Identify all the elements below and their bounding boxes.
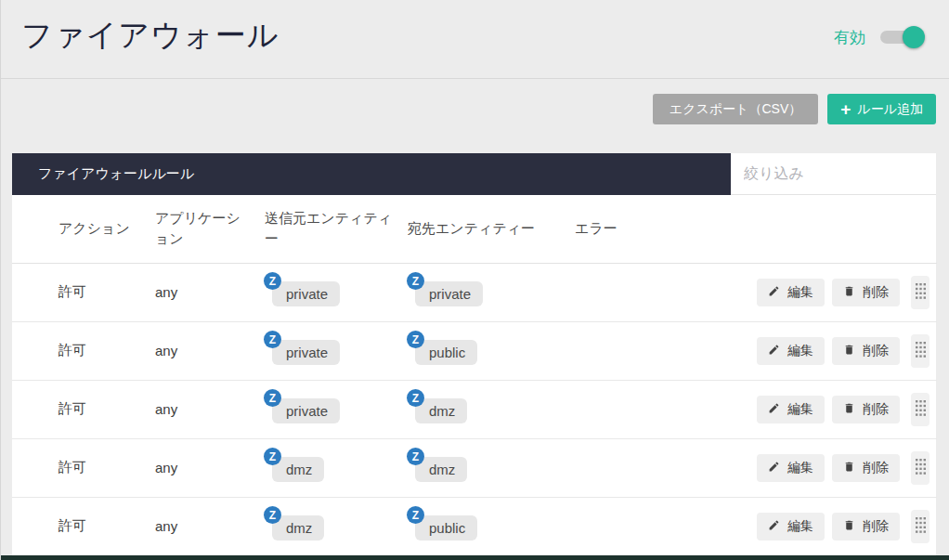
trash-icon: [843, 285, 855, 300]
col-header-source: 送信元エンティティー: [264, 195, 407, 263]
page-header: ファイアウォール 有効: [1, 0, 949, 79]
zone-label: private: [272, 340, 340, 365]
edit-button[interactable]: 編集: [757, 513, 825, 540]
drag-handle[interactable]: [911, 334, 930, 368]
col-header-buttons: [667, 195, 937, 263]
row-buttons-cell: 編集 削除: [667, 263, 937, 321]
zone-tag: Z private: [272, 340, 340, 365]
destination-cell: Z dmz: [407, 438, 574, 497]
drag-handle[interactable]: [911, 276, 930, 309]
pencil-icon: [768, 402, 780, 417]
filter-input[interactable]: [731, 153, 936, 194]
col-header-action: アクション: [12, 195, 154, 263]
source-cell: Z dmz: [264, 497, 407, 555]
plus-icon: +: [840, 100, 851, 118]
source-cell: Z private: [264, 380, 407, 438]
destination-cell: Z public: [407, 321, 574, 380]
delete-button-label: 削除: [863, 343, 889, 359]
zone-icon: Z: [407, 272, 424, 290]
edit-button[interactable]: 編集: [757, 396, 825, 423]
drag-dots-icon: [916, 342, 926, 360]
zone-tag: Z dmz: [272, 457, 324, 482]
enable-toggle[interactable]: [880, 26, 925, 48]
delete-button[interactable]: 削除: [832, 513, 900, 540]
col-header-error: エラー: [574, 195, 667, 263]
zone-label: private: [272, 281, 340, 306]
edit-button-label: 編集: [787, 343, 813, 359]
error-cell: [574, 380, 667, 438]
application-cell: any: [154, 438, 264, 497]
edit-button[interactable]: 編集: [757, 454, 825, 482]
zone-label: private: [415, 281, 483, 306]
error-cell: [574, 438, 667, 497]
col-header-destination: 宛先エンティティー: [407, 195, 574, 263]
filter-box: [731, 153, 936, 195]
action-cell: 許可: [12, 321, 154, 380]
edit-button[interactable]: 編集: [757, 279, 825, 306]
zone-icon: Z: [407, 389, 424, 407]
zone-tag: Z dmz: [415, 457, 467, 482]
action-cell: 許可: [12, 380, 154, 438]
source-cell: Z dmz: [264, 438, 407, 497]
application-cell: any: [154, 380, 264, 438]
application-cell: any: [154, 321, 264, 380]
source-cell: Z private: [264, 321, 407, 380]
zone-icon: Z: [407, 448, 424, 465]
delete-button-label: 削除: [863, 460, 889, 476]
drag-handle[interactable]: [911, 393, 930, 426]
toolbar: エクスポート（CSV） + ルール追加: [1, 79, 949, 153]
zone-icon: Z: [264, 389, 281, 407]
drag-dots-icon: [916, 283, 926, 302]
edit-button-label: 編集: [787, 518, 813, 535]
table-header-row: アクション アプリケーション 送信元エンティティー 宛先エンティティー エラー: [12, 195, 937, 263]
rules-table: アクション アプリケーション 送信元エンティティー 宛先エンティティー エラー …: [12, 195, 937, 556]
table-row: 許可 any Z private Z dmz: [12, 380, 937, 438]
delete-button[interactable]: 削除: [832, 396, 900, 423]
toggle-knob: [903, 26, 925, 48]
zone-tag: Z dmz: [272, 515, 324, 540]
delete-button-label: 削除: [863, 401, 889, 418]
row-buttons-cell: 編集 削除: [667, 497, 937, 555]
application-cell: any: [154, 497, 264, 555]
zone-tag: Z dmz: [415, 398, 467, 423]
zone-icon: Z: [264, 272, 281, 290]
zone-icon: Z: [407, 506, 424, 524]
application-cell: any: [154, 263, 264, 321]
enable-control: 有効: [834, 26, 925, 48]
drag-dots-icon: [916, 400, 926, 419]
trash-icon: [843, 461, 855, 475]
zone-tag: Z public: [415, 515, 477, 540]
trash-icon: [843, 344, 855, 358]
export-csv-button[interactable]: エクスポート（CSV）: [653, 94, 818, 124]
zone-tag: Z public: [415, 340, 477, 365]
zone-tag: Z private: [415, 281, 483, 306]
delete-button[interactable]: 削除: [832, 337, 900, 365]
add-rule-label: ルール追加: [857, 101, 923, 118]
action-cell: 許可: [12, 497, 154, 555]
add-rule-button[interactable]: + ルール追加: [827, 94, 936, 124]
row-buttons-cell: 編集 削除: [667, 380, 937, 438]
trash-icon: [843, 402, 855, 417]
edit-button[interactable]: 編集: [757, 337, 825, 365]
next-section-edge: [1, 555, 949, 560]
source-cell: Z private: [264, 263, 407, 321]
panel-header: ファイアウォールルール: [12, 153, 936, 195]
table-row: 許可 any Z private Z private: [12, 263, 937, 321]
enable-label: 有効: [834, 27, 865, 48]
zone-icon: Z: [407, 331, 424, 348]
destination-cell: Z private: [407, 263, 574, 321]
drag-handle[interactable]: [911, 451, 930, 485]
delete-button[interactable]: 削除: [832, 454, 900, 482]
zone-icon: Z: [264, 331, 281, 348]
pencil-icon: [768, 519, 780, 534]
page-title: ファイアウォール: [21, 15, 279, 57]
table-row: 許可 any Z dmz Z dmz: [12, 438, 937, 497]
delete-button-label: 削除: [863, 518, 889, 535]
zone-label: public: [415, 340, 477, 365]
pencil-icon: [768, 461, 780, 475]
error-cell: [574, 497, 667, 555]
trash-icon: [843, 519, 855, 534]
delete-button[interactable]: 削除: [832, 279, 900, 306]
error-cell: [574, 263, 667, 321]
drag-handle[interactable]: [911, 510, 930, 543]
